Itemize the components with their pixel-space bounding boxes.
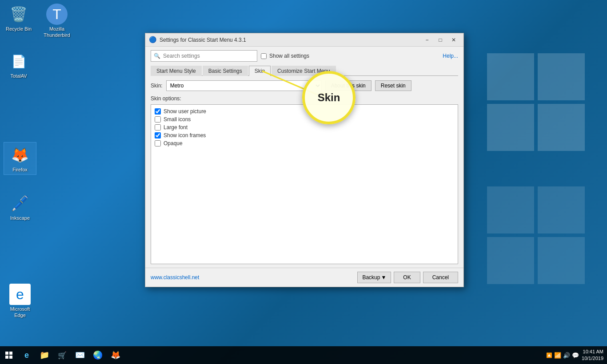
show-icon-frames-checkbox[interactable] <box>155 132 161 138</box>
edge-icon: e <box>9 284 31 305</box>
taskbar-time: 10:41 AM <box>582 348 603 355</box>
taskbar-edge-icon[interactable]: e <box>18 346 36 364</box>
inkscape-label: Inkscape <box>10 215 30 221</box>
close-button[interactable]: ✕ <box>447 35 460 45</box>
show-user-picture-label: Show user picture <box>164 108 206 115</box>
option-row-show-icon-frames: Show icon frames <box>155 132 454 138</box>
taskbar-firefox-icon[interactable]: 🦊 <box>107 346 124 364</box>
large-font-label: Large font <box>164 124 188 131</box>
option-row-large-font: Large font <box>155 124 454 131</box>
show-user-picture-checkbox[interactable] <box>155 108 161 115</box>
skin-selector-row: Skin: Metro About this skin Reset skin <box>151 80 458 91</box>
start-button[interactable] <box>0 346 18 364</box>
skin-options-box: Show user picture Small icons Large font… <box>151 104 458 264</box>
about-skin-button[interactable]: About this skin <box>325 80 371 91</box>
dialog-footer: www.classicshell.net Backup ▼ OK Cancel <box>145 268 463 287</box>
classicshell-link[interactable]: www.classicshell.net <box>151 274 199 281</box>
search-input[interactable] <box>163 53 257 59</box>
taskbar-network-icon[interactable]: 📶 <box>554 352 561 359</box>
desktop-icon-firefox[interactable]: 🦊 Firefox <box>4 142 36 175</box>
opaque-label: Opaque <box>164 140 183 146</box>
search-icon: 🔍 <box>151 53 163 59</box>
option-row-opaque: Opaque <box>155 140 454 146</box>
skin-options-label: Skin options: <box>151 95 458 102</box>
title-bar: 🔵 Settings for Classic Start Menu 4.3.1 … <box>145 33 463 47</box>
taskbar-clock[interactable]: 10:41 AM 10/1/2019 <box>582 348 603 362</box>
taskbar-pinned-icons: e 📁 🛒 ✉️ 🌏 🦊 <box>18 346 124 364</box>
win-logo-bg <box>487 53 585 151</box>
taskbar-sys-icons: 🔼 📶 🔊 💬 <box>546 352 579 359</box>
title-bar-controls: − □ ✕ <box>421 35 460 45</box>
footer-buttons: Backup ▼ OK Cancel <box>357 272 458 283</box>
taskbar-browser-icon[interactable]: 🌏 <box>89 346 107 364</box>
small-icons-label: Small icons <box>164 116 191 123</box>
settings-dialog: 🔵 Settings for Classic Start Menu 4.3.1 … <box>145 33 464 287</box>
taskbar-date: 10/1/2019 <box>582 355 603 362</box>
dialog-icon: 🔵 <box>149 36 157 44</box>
firefox-icon: 🦊 <box>9 144 31 166</box>
show-all-checkbox[interactable] <box>261 53 267 59</box>
help-link[interactable]: Help... <box>443 53 458 59</box>
recycle-bin-icon: 🗑️ <box>8 4 29 25</box>
search-box[interactable]: 🔍 <box>151 50 257 62</box>
large-font-checkbox[interactable] <box>155 124 161 131</box>
desktop-icon-thunderbird[interactable]: T MozillaThunderbird <box>39 2 75 40</box>
tab-customize-start-menu[interactable]: Customize Start Menu <box>272 66 336 76</box>
tab-skin[interactable]: Skin <box>249 66 271 76</box>
dialog-body: 🔍 Show all settings Help... Start Menu S… <box>145 47 463 268</box>
tabs-row: Start Menu Style Basic Settings Skin Cus… <box>151 65 458 76</box>
backup-label: Backup <box>362 274 380 281</box>
taskbar: e 📁 🛒 ✉️ 🌏 🦊 🔼 📶 🔊 💬 10:41 AM 10/1/2019 <box>0 346 607 364</box>
taskbar-mail-icon[interactable]: ✉️ <box>71 346 89 364</box>
dialog-title: Settings for Classic Start Menu 4.3.1 <box>160 37 421 43</box>
search-row: 🔍 Show all settings Help... <box>151 50 458 62</box>
edge-label: MicrosoftEdge <box>10 306 30 319</box>
firefox-label: Firefox <box>12 166 28 173</box>
show-all-text: Show all settings <box>269 53 309 59</box>
desktop-icon-inkscape[interactable]: 🖊️ Inkscape <box>4 191 36 223</box>
backup-button[interactable]: Backup ▼ <box>357 272 391 283</box>
skin-dropdown[interactable]: Metro <box>166 80 322 91</box>
taskbar-system-tray: 🔼 📶 🔊 💬 10:41 AM 10/1/2019 <box>546 348 607 362</box>
opaque-checkbox[interactable] <box>155 140 161 146</box>
svg-rect-3 <box>9 352 12 355</box>
totalav-icon: 📄 <box>8 51 29 72</box>
show-all-label[interactable]: Show all settings <box>261 53 309 59</box>
backup-dropdown-arrow[interactable]: ▼ <box>381 274 386 281</box>
thunderbird-icon: T <box>46 4 68 25</box>
small-icons-checkbox[interactable] <box>155 116 161 123</box>
desktop-icon-totalav[interactable]: 📄 TotalAV <box>1 49 36 81</box>
reset-skin-button[interactable]: Reset skin <box>375 80 411 91</box>
desktop-icon-recycle-bin[interactable]: 🗑️ Recycle Bin <box>1 2 36 34</box>
taskbar-folder-icon[interactable]: 📁 <box>36 346 53 364</box>
taskbar-show-hidden-icon[interactable]: 🔼 <box>546 352 552 358</box>
windows-logo-icon <box>5 352 12 359</box>
win-logo-bg2 <box>487 186 585 284</box>
tab-basic-settings[interactable]: Basic Settings <box>203 66 248 76</box>
taskbar-notification-icon[interactable]: 💬 <box>572 352 579 359</box>
taskbar-store-icon[interactable]: 🛒 <box>53 346 71 364</box>
totalav-label: TotalAV <box>10 73 27 79</box>
recycle-bin-label: Recycle Bin <box>6 26 32 32</box>
option-row-small-icons: Small icons <box>155 116 454 123</box>
minimize-button[interactable]: − <box>421 35 433 45</box>
svg-rect-4 <box>5 356 8 359</box>
svg-rect-2 <box>5 352 8 355</box>
cancel-button[interactable]: Cancel <box>423 272 458 283</box>
taskbar-volume-icon[interactable]: 🔊 <box>563 352 570 359</box>
ok-button[interactable]: OK <box>394 272 420 283</box>
option-row-show-user-picture: Show user picture <box>155 108 454 115</box>
show-icon-frames-label: Show icon frames <box>164 132 206 138</box>
skin-label: Skin: <box>151 83 163 89</box>
tab-start-menu-style[interactable]: Start Menu Style <box>151 66 202 76</box>
inkscape-icon: 🖊️ <box>9 193 31 214</box>
desktop-icon-edge[interactable]: e MicrosoftEdge <box>4 282 36 320</box>
thunderbird-label: MozillaThunderbird <box>44 26 70 39</box>
svg-rect-5 <box>9 356 12 359</box>
desktop: 🗑️ Recycle Bin T MozillaThunderbird 📄 To… <box>0 0 607 364</box>
maximize-button[interactable]: □ <box>434 35 447 45</box>
